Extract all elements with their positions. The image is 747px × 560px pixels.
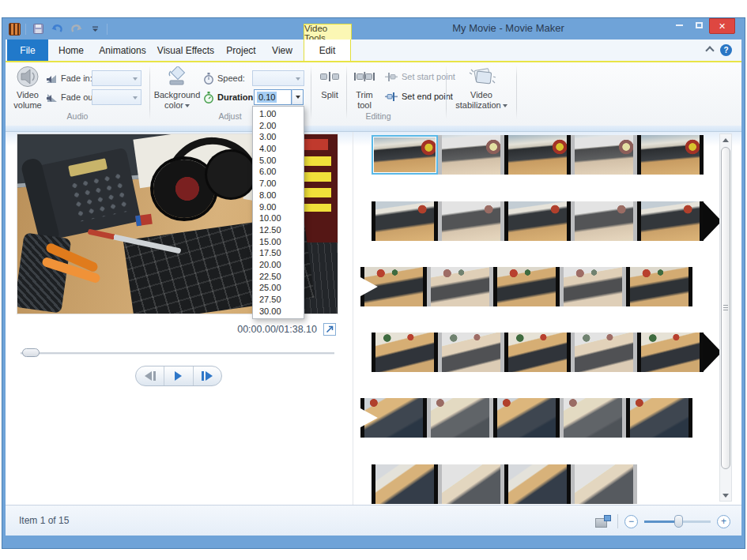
- clip-thumbnail[interactable]: [427, 398, 493, 438]
- tab-home[interactable]: Home: [51, 39, 91, 61]
- scroll-up-icon[interactable]: [720, 134, 731, 145]
- seek-bar[interactable]: [21, 348, 334, 358]
- maximize-button[interactable]: [689, 18, 709, 32]
- save-button[interactable]: [31, 22, 45, 36]
- clip-thumbnail[interactable]: [438, 201, 504, 241]
- group-separator: [446, 66, 447, 119]
- duration-option[interactable]: 2.00: [253, 120, 304, 132]
- duration-option[interactable]: 27.50: [253, 294, 304, 306]
- duration-option[interactable]: 3.00: [253, 131, 304, 143]
- duration-option[interactable]: 1.00: [253, 108, 304, 120]
- tab-edit[interactable]: Edit: [304, 39, 351, 61]
- clip-thumbnail[interactable]: [504, 135, 571, 175]
- set-end-point-button[interactable]: Set end point: [385, 90, 453, 103]
- clip-thumbnail[interactable]: [560, 267, 626, 306]
- clip-thumbnail[interactable]: [571, 135, 637, 175]
- duration-option[interactable]: 20.00: [253, 259, 304, 271]
- help-button[interactable]: ?: [720, 44, 732, 56]
- duration-input[interactable]: 0.10: [254, 89, 292, 105]
- duration-option[interactable]: 8.00: [253, 190, 304, 201]
- clip-thumbnail[interactable]: [571, 201, 637, 241]
- set-start-point-button[interactable]: Set start point: [385, 70, 455, 83]
- clip-thumbnail[interactable]: [504, 333, 571, 372]
- duration-option[interactable]: 15.00: [253, 236, 304, 248]
- clip-thumbnail[interactable]: [372, 201, 438, 241]
- duration-option[interactable]: 30.00: [253, 306, 304, 318]
- zoom-out-button[interactable]: −: [624, 515, 638, 528]
- clip-thumbnail[interactable]: [493, 398, 560, 438]
- storyboard-row: [372, 333, 722, 372]
- zoom-slider-thumb[interactable]: [674, 515, 683, 528]
- speed-select[interactable]: [252, 70, 304, 86]
- clip-thumbnail[interactable]: [637, 333, 704, 372]
- next-frame-button[interactable]: [193, 366, 221, 385]
- zoom-slider[interactable]: [644, 515, 711, 528]
- play-button[interactable]: [164, 366, 192, 385]
- clip-thumbnail[interactable]: [626, 398, 692, 438]
- fade-out-select[interactable]: [92, 89, 141, 105]
- clip-thumbnail[interactable]: [571, 333, 637, 372]
- undo-button[interactable]: [50, 22, 64, 36]
- trim-label-2: tool: [357, 100, 372, 110]
- clip-thumbnail[interactable]: [438, 333, 504, 372]
- seek-thumb[interactable]: [22, 348, 40, 357]
- clip-thumbnail[interactable]: [438, 135, 504, 175]
- duration-option[interactable]: 12.50: [253, 224, 304, 236]
- tab-visual-effects[interactable]: Visual Effects: [154, 39, 217, 61]
- clip-thumbnail[interactable]: [504, 464, 571, 504]
- set-end-icon: [385, 92, 398, 101]
- clip-thumbnail[interactable]: [637, 135, 704, 175]
- collapse-ribbon-icon[interactable]: [705, 46, 714, 54]
- duration-option[interactable]: 10.00: [253, 212, 304, 224]
- minimize-button[interactable]: [670, 18, 689, 32]
- clip-thumbnail[interactable]: [372, 333, 438, 372]
- video-stabilization-button[interactable]: Video stabilization: [450, 65, 513, 122]
- clip-thumbnail[interactable]: [560, 398, 626, 438]
- storyboard-scrollbar[interactable]: [719, 133, 732, 502]
- tab-project[interactable]: Project: [221, 39, 262, 61]
- clip-thumbnail[interactable]: [427, 267, 493, 306]
- close-button[interactable]: ✕: [709, 18, 735, 34]
- scrollbar-thumb[interactable]: [721, 147, 730, 469]
- tab-file[interactable]: File: [7, 39, 48, 61]
- ribbon-tab-row: File Home Animations Visual Effects Proj…: [6, 39, 741, 61]
- clip-thumbnail[interactable]: [372, 464, 438, 504]
- photo-headphones-cup: [153, 160, 215, 218]
- split-icon: [320, 65, 339, 88]
- duration-option[interactable]: 7.00: [253, 178, 304, 190]
- previous-frame-button[interactable]: [136, 366, 164, 385]
- clip-thumbnail[interactable]: [626, 267, 692, 306]
- clip-thumbnail[interactable]: [360, 267, 427, 306]
- clip-thumbnail[interactable]: [504, 201, 571, 241]
- fullscreen-button[interactable]: [323, 323, 336, 336]
- clip-thumbnail[interactable]: [637, 201, 704, 241]
- duration-option[interactable]: 17.50: [253, 247, 304, 259]
- ribbon: Video volume Fade in: Fade out: Audio: [6, 62, 741, 126]
- duration-option[interactable]: 6.00: [253, 166, 304, 178]
- duration-dropdown-button[interactable]: [292, 89, 304, 105]
- clip-thumbnail[interactable]: [360, 398, 427, 438]
- background-color-label-1: Background: [154, 90, 201, 100]
- duration-option[interactable]: 5.00: [253, 155, 304, 167]
- app-icon[interactable]: [9, 23, 21, 36]
- duration-row: Duration:: [203, 89, 256, 105]
- clip-thumbnail[interactable]: [438, 464, 504, 504]
- fade-in-select[interactable]: [92, 70, 141, 86]
- paint-bucket-icon: [166, 65, 188, 88]
- duration-option[interactable]: 22.50: [253, 271, 304, 283]
- duration-option[interactable]: 9.00: [253, 201, 304, 213]
- seek-track[interactable]: [21, 352, 334, 355]
- redo-button[interactable]: [69, 22, 83, 36]
- thumbnail-size-button[interactable]: [595, 515, 611, 528]
- duration-option[interactable]: 4.00: [253, 143, 304, 155]
- tab-view[interactable]: View: [265, 39, 300, 61]
- tab-animations[interactable]: Animations: [94, 39, 151, 61]
- clip-thumbnail[interactable]: [493, 267, 560, 306]
- duration-option[interactable]: 25.00: [253, 282, 304, 294]
- qat-customize-button[interactable]: [88, 22, 102, 36]
- zoom-in-button[interactable]: +: [717, 515, 730, 528]
- chevron-down-icon: [296, 77, 300, 81]
- clip-thumbnail[interactable]: [372, 135, 438, 175]
- scroll-down-icon[interactable]: [720, 490, 731, 501]
- clip-thumbnail[interactable]: [571, 464, 637, 504]
